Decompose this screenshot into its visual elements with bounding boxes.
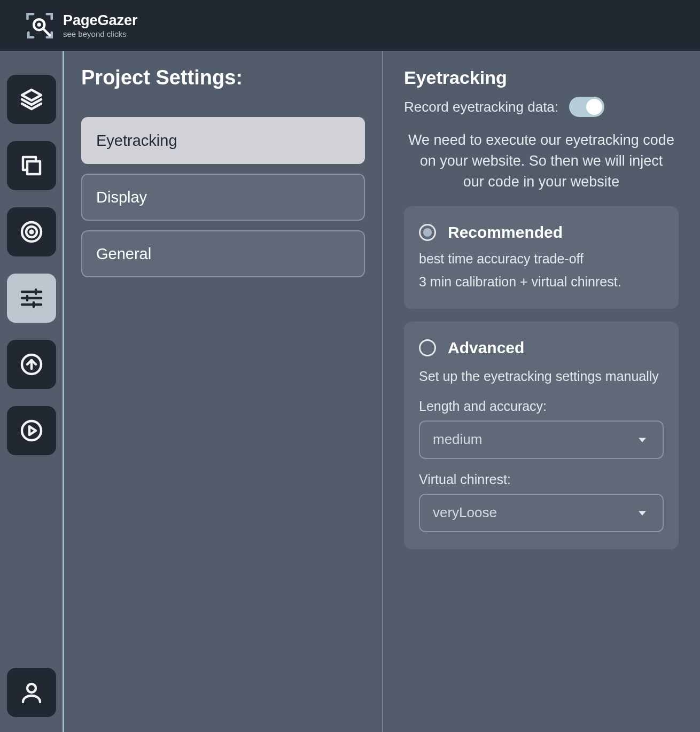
target-icon [19, 219, 44, 245]
svg-point-6 [30, 231, 33, 233]
tab-general[interactable]: General [81, 230, 365, 277]
card-title: Advanced [448, 339, 524, 357]
svg-point-15 [22, 421, 41, 440]
tab-eyetracking[interactable]: Eyetracking [81, 117, 365, 164]
card-title: Recommended [448, 223, 563, 242]
sidebar-item-settings[interactable] [7, 274, 56, 323]
chinrest-field: Virtual chinrest: veryLoose [419, 472, 664, 532]
sidebar-item-target[interactable] [7, 207, 56, 256]
select-value: medium [433, 431, 482, 448]
card-subtitle: best time accuracy trade-off [419, 251, 664, 267]
svg-point-5 [26, 227, 37, 237]
svg-point-17 [27, 684, 36, 692]
sidebar-item-copy[interactable] [7, 141, 56, 190]
sidebar-rail [0, 51, 64, 732]
topbar: PageGazer see beyond clicks [0, 0, 700, 51]
play-icon [19, 418, 44, 443]
info-text: We need to execute our eyetracking code … [408, 130, 675, 192]
advanced-card: Advanced Set up the eyetracking settings… [404, 322, 679, 549]
card-description: Set up the eyetracking settings manually [419, 367, 664, 386]
sidebar-item-user[interactable] [7, 668, 56, 717]
detail-panel: Eyetracking Record eyetracking data: We … [383, 51, 700, 732]
svg-marker-16 [29, 426, 36, 435]
sidebar-item-upload[interactable] [7, 340, 56, 389]
advanced-header: Advanced [419, 339, 664, 357]
logo-icon [25, 10, 56, 41]
chinrest-select[interactable]: veryLoose [419, 494, 664, 532]
toggle-label: Record eyetracking data: [404, 99, 558, 115]
sliders-icon [19, 285, 44, 311]
recommended-radio[interactable] [419, 224, 436, 241]
advanced-radio[interactable] [419, 339, 436, 356]
settings-tab-list: Eyetracking Display General [81, 117, 365, 277]
detail-heading: Eyetracking [404, 67, 679, 88]
length-field: Length and accuracy: medium [419, 399, 664, 459]
record-toggle-row: Record eyetracking data: [404, 97, 679, 117]
tab-label: General [96, 245, 151, 263]
select-value: veryLoose [433, 504, 497, 521]
copy-icon [19, 153, 44, 178]
sidebar-item-layers[interactable] [7, 75, 56, 124]
tab-label: Display [96, 189, 147, 206]
record-toggle[interactable] [569, 97, 604, 117]
brand-title: PageGazer [63, 13, 138, 28]
length-label: Length and accuracy: [419, 399, 664, 414]
chinrest-label: Virtual chinrest: [419, 472, 664, 487]
svg-marker-19 [639, 511, 646, 515]
svg-rect-3 [27, 161, 40, 174]
tab-label: Eyetracking [96, 132, 177, 150]
svg-point-1 [37, 22, 41, 26]
brand-subtitle: see beyond clicks [63, 30, 138, 38]
chevron-down-icon [635, 432, 650, 447]
sidebar-item-play[interactable] [7, 406, 56, 455]
toggle-knob [586, 99, 602, 115]
brand-logo: PageGazer see beyond clicks [25, 10, 138, 41]
recommended-card: Recommended best time accuracy trade-off… [404, 206, 679, 308]
tab-display[interactable]: Display [81, 174, 365, 221]
user-icon [19, 680, 44, 705]
chevron-down-icon [635, 505, 650, 520]
length-select[interactable]: medium [419, 420, 664, 459]
svg-point-4 [22, 222, 41, 242]
recommended-header: Recommended [419, 223, 664, 242]
page-title: Project Settings: [81, 66, 365, 89]
card-description: 3 min calibration + virtual chinrest. [419, 272, 664, 291]
upload-icon [19, 352, 44, 377]
layers-icon [19, 87, 44, 112]
svg-marker-18 [639, 438, 646, 442]
settings-panel: Project Settings: Eyetracking Display Ge… [64, 51, 383, 732]
svg-marker-2 [22, 90, 41, 100]
